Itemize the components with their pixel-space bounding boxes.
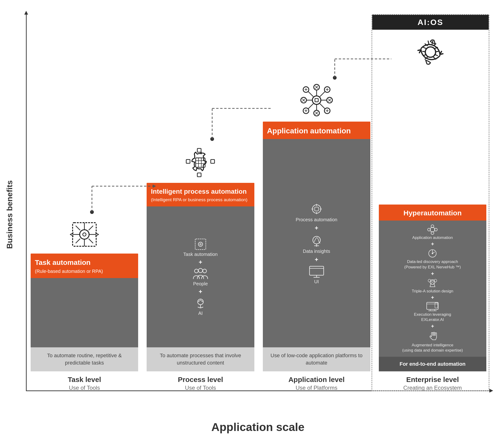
application-title: Application automation (267, 126, 366, 135)
task-subtitle: (Rule-based automation or RPA) (35, 268, 134, 274)
svg-rect-15 (211, 159, 215, 163)
app-item-process: Process automation (296, 202, 337, 222)
svg-rect-76 (309, 266, 324, 275)
intelligent-bottom: To automate processes that involve unstr… (147, 347, 254, 371)
svg-rect-95 (427, 302, 438, 309)
svg-point-3 (83, 233, 86, 236)
task-gray (31, 278, 138, 347)
enterprise-bottom-bold: For end-to-end automation (383, 361, 483, 367)
svg-rect-68 (315, 207, 319, 211)
application-bottom: Use of low-code application platforms to… (263, 347, 370, 371)
task-icon (69, 219, 100, 251)
enterprise-gray: Application automation + Data-led discov… (379, 221, 486, 357)
application-bar: Application automation (263, 122, 370, 371)
svg-point-25 (198, 268, 202, 273)
plus-1: + (199, 259, 202, 266)
intelligent-level-sub: Use of Tools (178, 385, 223, 391)
intelligent-icon (184, 146, 217, 180)
task-title: Task automation (35, 258, 134, 267)
task-bottom: To automate routine, repetitive & predic… (31, 347, 138, 371)
app-item-data: Data insights (303, 233, 330, 254)
app-item-ui: UI (308, 265, 325, 284)
ent-plus-1: + (431, 241, 434, 247)
application-gray: Process automation + Data insights + (263, 139, 370, 347)
svg-point-33 (312, 96, 321, 104)
column-intelligent: Intelligent process automation (Intellig… (147, 146, 254, 391)
plus-4: + (315, 256, 318, 263)
svg-line-8 (76, 226, 80, 230)
svg-point-26 (203, 269, 206, 273)
plus-3: + (315, 224, 318, 232)
svg-line-46 (320, 104, 325, 109)
application-level-main: Application level (288, 376, 344, 384)
intelligent-title: Intelligent process automation (151, 188, 250, 195)
intelligent-orange: Intelligent process automation (Intellig… (147, 183, 254, 206)
application-bottom-text: Use of low-code application platforms to… (271, 353, 362, 366)
column-enterprise: Hyperautomation (379, 160, 486, 391)
enterprise-level-sub: Creating an Ecosystem (403, 385, 462, 391)
x-axis-label: Application scale (26, 421, 490, 434)
ent-item-triplea: Triple-A solution design (412, 278, 453, 294)
svg-line-10 (89, 226, 93, 230)
application-orange: Application automation (263, 122, 370, 139)
svg-point-92 (432, 281, 433, 283)
svg-point-90 (432, 253, 433, 254)
intelligent-level-label: Process level Use of Tools (178, 376, 223, 391)
svg-rect-13 (197, 173, 201, 177)
enterprise-level-main: Enterprise level (403, 376, 462, 384)
intelligent-gray: Task automation + (147, 206, 254, 347)
task-level-main: Task level (68, 376, 101, 384)
svg-rect-14 (186, 159, 190, 163)
enterprise-level-label: Enterprise level Creating an Ecosystem (403, 376, 462, 391)
svg-line-44 (320, 92, 325, 97)
application-level-label: Application level Use of Platforms (288, 376, 344, 391)
svg-point-22 (198, 242, 202, 247)
ent-item-app: Application automation (412, 224, 453, 240)
ent-plus-4: + (431, 323, 434, 329)
svg-point-23 (200, 244, 201, 245)
intelligent-bar: Intelligent process automation (Intellig… (147, 183, 254, 371)
plus-2: + (199, 288, 202, 295)
task-level-label: Task level Use of Tools (68, 376, 101, 391)
enterprise-bottom: For end-to-end automation (379, 357, 486, 371)
svg-point-2 (80, 230, 89, 239)
svg-line-30 (200, 307, 203, 308)
enterprise-bar: Hyperautomation (379, 205, 486, 371)
svg-line-48 (308, 104, 313, 109)
application-icon (299, 83, 334, 119)
intelligent-item-ai: AI (194, 297, 207, 316)
ent-item-data: Data-led discovery approach(Powered by E… (404, 248, 461, 269)
enterprise-title: Hyperautomation (383, 209, 483, 217)
application-level-sub: Use of Platforms (288, 385, 344, 391)
svg-rect-99 (435, 303, 438, 308)
ent-item-augmented: Augmented intelligence(using data and do… (402, 330, 463, 353)
intelligent-item-task: Task automation (183, 238, 218, 257)
y-axis (26, 14, 27, 391)
svg-rect-21 (195, 239, 206, 249)
svg-line-50 (308, 92, 313, 97)
task-bottom-text: To automate routine, repetitive & predic… (47, 353, 122, 366)
intelligent-level-main: Process level (178, 376, 223, 384)
svg-rect-34 (315, 99, 318, 102)
enterprise-orange: Hyperautomation (379, 205, 486, 221)
intelligent-subtitle: (Intelligent RPA or business process aut… (151, 197, 250, 203)
ent-plus-2: + (431, 271, 434, 277)
intelligent-item-people: People (193, 267, 208, 286)
ent-plus-3: + (431, 295, 434, 301)
svg-line-9 (89, 239, 93, 243)
svg-line-11 (76, 239, 80, 243)
svg-point-32 (202, 301, 203, 302)
ent-item-execution: Execution leveragingEXLerator.AI (414, 301, 451, 322)
intelligent-bottom-text: To automate processes that involve unstr… (160, 353, 241, 366)
svg-rect-12 (197, 148, 201, 152)
column-application: Application automation (263, 83, 370, 391)
column-task: Task automation (Rule-based automation o… (31, 219, 138, 391)
svg-point-80 (430, 227, 435, 232)
task-orange: Task automation (Rule-based automation o… (31, 253, 138, 278)
svg-point-31 (198, 301, 199, 302)
y-axis-label: Business benefits (2, 47, 17, 382)
svg-line-29 (198, 307, 201, 308)
task-bar: Task automation (Rule-based automation o… (31, 253, 138, 371)
task-level-sub: Use of Tools (68, 385, 101, 391)
svg-point-24 (195, 269, 198, 273)
